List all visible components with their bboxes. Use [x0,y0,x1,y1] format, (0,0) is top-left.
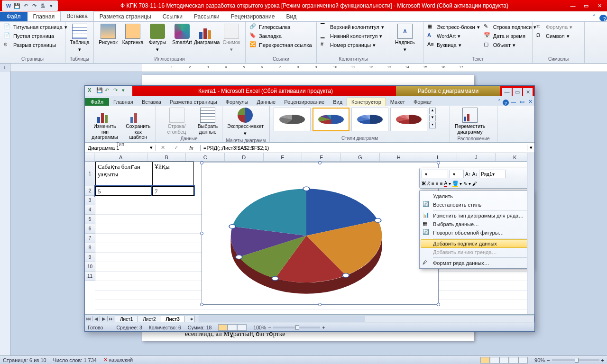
excel-wb-minimize-button[interactable]: — [509,98,518,106]
excel-zoom-slider[interactable] [273,327,320,328]
minimize-button[interactable]: — [567,3,579,9]
bold-icon[interactable]: Ж [422,181,426,186]
excel-tab-design[interactable]: Конструктор [347,98,386,106]
gallery-more-button[interactable]: ▾ [429,122,436,128]
fill-color-icon[interactable]: 🪣 [452,181,458,187]
excel-undo-icon[interactable]: ↶ [105,87,112,95]
save-icon[interactable]: 💾 [13,2,21,9]
row-5[interactable]: 5 [85,215,95,224]
excel-minimize-button[interactable]: — [502,88,512,96]
cell-B2[interactable]: 7 [152,186,194,196]
excel-zoom-in-button[interactable]: + [322,325,325,330]
tab-mailings[interactable]: Рассылки [188,12,225,21]
view-outline[interactable] [509,357,518,364]
ctx-reset-style[interactable]: 🔄Восстановить стиль [421,200,532,209]
view-print-layout[interactable] [480,357,490,364]
sheet-nav-last[interactable]: ⏭ [108,316,115,321]
sheet-tab-3[interactable]: Лист3 [161,316,185,322]
excel-zoom-level[interactable]: 100% [253,325,266,330]
quick-layout-button[interactable]: Экспресс-макет▾ [225,107,266,137]
col-A[interactable]: A [94,153,147,161]
outline-icon[interactable]: ✎ [463,181,467,186]
dropcap-button[interactable]: A≡Буквица ▾ [426,41,481,49]
change-chart-type-button[interactable]: Изменить тип диаграммы [88,107,122,141]
ribbon-minimize-icon[interactable]: ˄ [589,12,599,21]
new-sheet-button[interactable]: ✶ [184,316,195,322]
clipart-button[interactable]: Картинка [121,23,144,46]
page-break-button[interactable]: ⎋Разрыв страницы [3,41,68,49]
excel-tab-data[interactable]: Данные [252,98,280,106]
excel-help-icon[interactable]: ? [503,100,509,106]
excel-zoom-out-button[interactable]: − [268,325,271,330]
excel-view-normal[interactable] [218,324,228,331]
font-color-icon[interactable]: A [444,181,447,187]
dropdown-icon[interactable]: ▾ [150,145,153,151]
row-8[interactable]: 8 [85,243,95,253]
row-9[interactable]: 9 [85,253,95,262]
save-template-button[interactable]: Сохранить как шаблон [124,107,153,141]
row-6[interactable]: 6 [85,224,95,234]
object-button[interactable]: ▢Объект ▾ [483,41,537,49]
col-C[interactable]: C [186,153,225,161]
excel-vscrollbar[interactable] [527,153,534,314]
align-right-icon[interactable]: ≡ [440,181,443,186]
chart-style-4[interactable] [390,108,427,131]
shrink-font-icon[interactable]: A↓ [472,172,478,177]
status-words[interactable]: Число слов: 1 734 [53,357,97,363]
row-4[interactable]: 4 [85,205,95,215]
pagenum-button[interactable]: #Номер страницы ▾ [320,41,385,49]
mini-font-dropdown[interactable]: ▾ [422,170,448,178]
view-draft[interactable] [518,357,528,364]
ctx-format-series[interactable]: 🖊Формат ряда данных… [421,259,532,267]
col-E[interactable]: E [264,153,303,161]
smartart-button[interactable]: SmartArt [171,23,193,46]
bookmark-button[interactable]: 🔖Закладка [248,32,313,40]
wordart-button[interactable]: AWordArt ▾ [426,32,481,40]
chart-style-2[interactable] [313,108,349,131]
header-button[interactable]: ▔Верхний колонтитул ▾ [320,23,385,31]
excel-tab-layout[interactable]: Разметка страницы [166,98,221,106]
ctx-3d-rotate[interactable]: 🔄Поворот объемной фигуры… [421,228,532,237]
row-11[interactable]: 11 [85,272,95,281]
ctx-delete[interactable]: Удалить [421,192,532,200]
status-lang[interactable]: ✕ казахский [103,357,133,363]
blank-page-button[interactable]: 📄Пустая страница [3,32,68,40]
cell-A2[interactable]: 5 [95,186,152,196]
excel-tab-format[interactable]: Формат [409,98,436,106]
select-all-corner[interactable] [85,153,94,161]
cell-B1[interactable]: Ұйқы [152,162,194,186]
sheet-nav-first[interactable]: ⏮ [85,316,92,321]
screenshot-button[interactable]: Снимок▾ [220,23,243,54]
excel-tab-home[interactable]: Главная [109,98,138,106]
ctx-add-data-labels[interactable]: Добавить подписи данных [421,239,532,248]
col-I[interactable]: I [418,153,457,161]
gallery-down-button[interactable]: ▼ [429,115,436,121]
col-J[interactable]: J [457,153,496,161]
excel-view-pagebreak[interactable] [237,324,247,331]
italic-icon[interactable]: К [427,181,430,186]
row-7[interactable]: 7 [85,234,95,243]
col-F[interactable]: F [302,153,341,161]
excel-redo-icon[interactable]: ↷ [113,87,121,95]
crossref-button[interactable]: 🔀Перекрестная ссылка [248,41,313,49]
row-1[interactable]: 1 [85,162,95,186]
excel-wb-close-button[interactable]: ✕ [526,98,534,106]
sheet-tab-1[interactable]: Лист1 [115,316,138,322]
row-3[interactable]: 3 [85,196,95,205]
col-H[interactable]: H [380,153,419,161]
align-left-icon[interactable]: ≡ [432,181,434,186]
excel-view-layout[interactable] [228,324,237,331]
table-button[interactable]: Таблица▾ [68,23,91,54]
sheet-tab-2[interactable]: Лист2 [138,316,161,322]
chart-object[interactable]: 1 ▾ ▾ A↑ A↓ Ряд1 ▾ Ж К ≡ ≡ [202,163,439,305]
excel-maximize-button[interactable]: ▭ [513,88,522,96]
excel-save-icon[interactable]: 💾 [96,87,104,95]
excel-tab-insert[interactable]: Вставка [138,98,166,106]
close-button[interactable]: ✕ [594,3,605,9]
sheet-nav-next[interactable]: ▶ [100,316,108,321]
col-B[interactable]: B [147,153,186,161]
word-ruler-horizontal[interactable]: L 1234567891011121314151617 [0,64,607,72]
excel-tab-review[interactable]: Рецензирование [280,98,329,106]
tab-insert[interactable]: Вставка [60,11,94,21]
row-2[interactable]: 2 [85,186,95,196]
